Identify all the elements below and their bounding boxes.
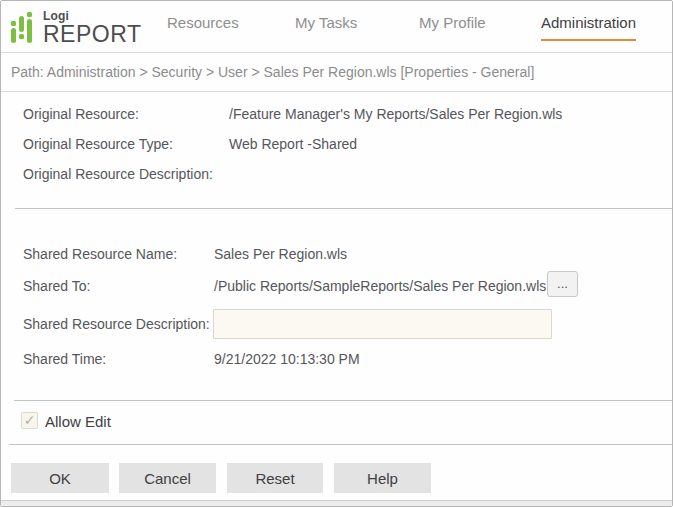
allow-edit-checkbox[interactable]: ✓ (21, 412, 38, 429)
equalizer-logo-icon (11, 12, 39, 46)
reset-button[interactable]: Reset (227, 463, 323, 493)
top-navigation-bar: Logi REPORT Resources My Tasks My Profil… (1, 1, 672, 52)
breadcrumb: Path: Administration > Security > User >… (1, 52, 672, 92)
browse-button[interactable]: ... (547, 271, 578, 297)
allow-edit-label: Allow Edit (45, 413, 111, 430)
shared-resource-name-label: Shared Resource Name: (23, 246, 177, 262)
original-resource-type-label: Original Resource Type: (23, 136, 173, 152)
nav-tab-my-tasks[interactable]: My Tasks (295, 14, 357, 39)
divider (15, 208, 672, 209)
properties-general-page: Logi REPORT Resources My Tasks My Profil… (0, 0, 673, 507)
shared-time-label: Shared Time: (23, 351, 106, 367)
shared-to-label: Shared To: (23, 278, 90, 294)
divider (9, 444, 672, 445)
shared-to-value: /Public Reports/SampleReports/Sales Per … (214, 278, 546, 294)
logo-text-report: REPORT (43, 23, 141, 46)
original-resource-type-value: Web Report -Shared (229, 136, 357, 152)
logo-text: Logi REPORT (43, 10, 141, 46)
shared-resource-description-label: Shared Resource Description: (23, 316, 210, 332)
nav-tab-administration[interactable]: Administration (541, 14, 636, 41)
original-resource-label: Original Resource: (23, 106, 139, 122)
nav-tab-resources[interactable]: Resources (167, 14, 239, 39)
checkmark-icon: ✓ (24, 412, 36, 428)
cancel-button[interactable]: Cancel (119, 463, 216, 493)
logi-report-logo: Logi REPORT (11, 10, 141, 46)
shared-time-value: 9/21/2022 10:13:30 PM (214, 351, 360, 367)
nav-tab-my-profile[interactable]: My Profile (419, 14, 486, 39)
help-button[interactable]: Help (334, 463, 431, 493)
shared-resource-name-value: Sales Per Region.wls (214, 246, 347, 262)
ok-button[interactable]: OK (11, 463, 109, 493)
breadcrumb-text: Path: Administration > Security > User >… (11, 64, 534, 80)
original-resource-value: /Feature Manager's My Reports/Sales Per … (229, 106, 562, 122)
horizontal-scrollbar-track[interactable] (1, 500, 672, 506)
shared-description-input[interactable] (213, 309, 552, 339)
original-resource-description-label: Original Resource Description: (23, 166, 213, 182)
divider (14, 400, 672, 401)
